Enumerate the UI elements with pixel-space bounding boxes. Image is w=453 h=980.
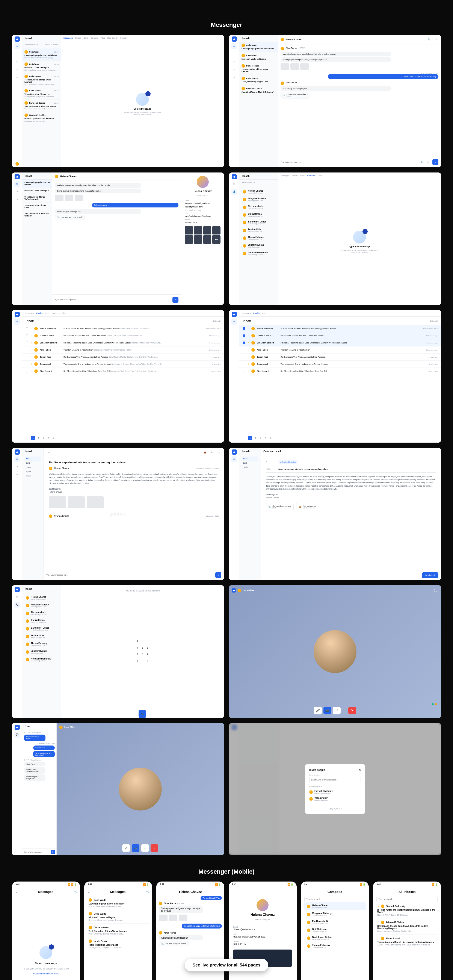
search-icon[interactable]: 🔍 — [74, 891, 76, 893]
subject-input[interactable]: Solar experiment lets trade energy among… — [278, 468, 328, 470]
message-input[interactable] — [281, 161, 417, 163]
nav-sent-icon[interactable]: ↗ — [14, 51, 20, 57]
icon-rail: ◆ ✉ ↗ ✎ ⚠ 🗑 — [12, 35, 22, 167]
tab-help[interactable]: Help Center — [108, 37, 118, 39]
send-button[interactable]: ➤ — [432, 159, 439, 165]
cta-preview-button[interactable]: See live preview for all 544 pages — [185, 959, 268, 971]
main-content: Messages Emails Calls Contacts Files Hel… — [61, 35, 224, 167]
page-number[interactable]: 1 — [31, 436, 35, 440]
tab-contacts[interactable]: Contacts — [91, 37, 98, 39]
nav-tabs: Messages Emails Calls Contacts Files Hel… — [61, 35, 224, 41]
empty-illustration — [136, 93, 149, 106]
emoji-icon[interactable]: ☺ — [426, 160, 431, 165]
nav-drafts-icon[interactable]: ✎ — [14, 59, 20, 65]
attach-icon[interactable]: 📎 — [419, 160, 424, 165]
message-item[interactable]: Celia Wade08:45 Microsoft Looks to Regai… — [22, 61, 61, 73]
tab-files[interactable]: Files — [101, 37, 105, 39]
dial-input[interactable]: Type name to search or dial a number — [61, 585, 224, 596]
dial-key-2[interactable]: 2 — [141, 639, 143, 643]
nav-inbox-icon[interactable]: ✉ — [231, 43, 237, 49]
back-icon[interactable]: ← — [46, 450, 51, 455]
message-item[interactable]: Dinke Howard08:45 Tech Roundup: Things W… — [22, 73, 61, 88]
screenshot-inbox-1: ◆✉ Messages Emails Calls Contacts Files … — [12, 310, 224, 442]
message-item[interactable]: Raymond Gomez08:45 Just What Was In That… — [22, 100, 61, 112]
screenshot-contacts-empty: ◆ ✉ 👤 Indash 146 Contacts Helena Chavezk… — [229, 172, 441, 305]
copy-link-button[interactable]: Copy invite link — [309, 805, 361, 810]
tab-calls[interactable]: Calls — [84, 37, 88, 39]
invite-input[interactable] — [309, 777, 361, 783]
delete-icon[interactable]: 🗑 — [209, 450, 215, 455]
message-item[interactable]: Maxine El Bechler Brands Try to Blacklis… — [22, 112, 61, 124]
nav-inbox-icon[interactable]: ✉ — [14, 43, 20, 49]
archive-icon[interactable]: 📥 — [202, 450, 208, 455]
call-contact-name: Lucy Miller — [243, 589, 254, 592]
section-title-messenger: Messenger — [4, 21, 449, 28]
sidebar-panel: Indash 224 MessagesNewest first Celia Wa… — [22, 35, 61, 167]
dial-key-3[interactable]: 3 — [147, 639, 148, 643]
more-icon[interactable]: ⋯ — [433, 37, 439, 42]
contact-item[interactable]: Helena Chavezkoslow@icloud.com — [239, 188, 278, 196]
inbox-row[interactable]: ☆Samuil SadovskyIs Huda Kattan the Most … — [22, 325, 224, 332]
mute-button[interactable]: 🎤 — [314, 707, 322, 714]
tab-messages[interactable]: Messages — [64, 37, 73, 39]
compose-form: Toajohnston@icloud.co SubjectSolar exper… — [261, 455, 441, 570]
page-next[interactable]: › — [57, 436, 61, 440]
dial-key-8[interactable]: 8 — [141, 652, 143, 656]
dial-key-1[interactable]: 1 — [137, 639, 138, 643]
dial-key-7[interactable]: 7 — [137, 652, 138, 656]
dial-key-0[interactable]: 0 — [141, 659, 143, 662]
image-attachment[interactable] — [281, 63, 289, 70]
contact-name: Helena Chavez — [286, 38, 425, 41]
app-logo[interactable]: ◆ — [14, 37, 20, 41]
back-icon[interactable]: ← — [160, 891, 162, 893]
inbox-title: Inbox — [26, 319, 34, 323]
checkbox[interactable] — [26, 328, 28, 330]
search-icon[interactable]: 🔍 — [426, 37, 432, 42]
dial-key-9[interactable]: 9 — [147, 652, 148, 656]
dial-key-4[interactable]: 4 — [137, 646, 138, 649]
hangup-button[interactable]: ✕ — [348, 707, 356, 714]
screenshot-inbox-2: ◆✉ MessagesEmailsCalls InboxSort: A-Z ☆S… — [229, 310, 441, 442]
mobile-message-item[interactable]: Celia WadeLeaving Fingerprints on the iP… — [87, 896, 150, 910]
contact-avatar-large — [197, 176, 209, 188]
search-input[interactable] — [304, 896, 366, 902]
invite-modal: Invite people✕ Invite by name Recent Con… — [305, 764, 365, 814]
email-image[interactable] — [49, 496, 66, 508]
attachment-card[interactable]: 📎Our new template.psd25 Mb — [266, 503, 294, 511]
send-email-button[interactable]: Send email — [422, 573, 439, 578]
dial-key-5[interactable]: 5 — [141, 646, 143, 649]
call-button[interactable]: 📞 — [138, 710, 146, 718]
file-attachment[interactable]: 📎Our new template.sketch128 kb — [281, 92, 310, 99]
compose-body-text[interactable]: Instead, her supervisor found new ways t… — [266, 475, 436, 491]
menu-icon[interactable]: ☰ — [16, 891, 17, 893]
brand-name: Indash — [25, 37, 32, 40]
tab-emails[interactable]: Emails — [75, 37, 81, 39]
video-person — [313, 630, 356, 673]
share-button[interactable]: ↗ — [333, 707, 341, 714]
message-item[interactable]: Kevin Grover08:45 Tesla, Reporting Bigge… — [22, 88, 61, 100]
screenshot-chat: ◆ ✉ ↗ ✎ ⚠ 🗑 Indash Celia WadeLeaving Fin… — [229, 35, 441, 167]
fullscreen-icon[interactable]: ⛶ — [433, 588, 439, 593]
contact-avatar[interactable] — [281, 38, 284, 41]
dialpad: 1 2 3 4 5 6 7 8 9 + 0 # — [137, 639, 148, 662]
app-logo[interactable]: ◆ — [232, 37, 237, 41]
dial-key-6[interactable]: 6 — [147, 646, 148, 649]
dial-key-plus[interactable]: + — [137, 659, 138, 662]
star-icon[interactable]: ☆ — [30, 328, 32, 330]
nav-spam-icon[interactable]: ⚠ — [14, 67, 20, 73]
nav-trash-icon[interactable]: 🗑 — [14, 74, 20, 80]
page-prev[interactable]: ‹ — [26, 436, 30, 440]
user-avatar[interactable] — [16, 162, 19, 165]
video-controls: 🎤 📹 ↗ ✕ — [314, 707, 356, 714]
video-toggle-button[interactable]: 📹 — [323, 707, 331, 714]
media-more[interactable]: +14 — [212, 235, 221, 244]
recipient-chip[interactable]: ajohnston@icloud.co — [278, 460, 298, 464]
screenshot-chat-detail: ◆ ✉ ↗ ✎ Indash Leaving Fingerprints on t… — [12, 172, 224, 305]
more-icon[interactable]: ⋯ — [216, 450, 221, 455]
message-item[interactable]: Celia Wade08:45 Leaving Fingerprints on … — [22, 48, 61, 61]
modal-overlay[interactable]: Invite people✕ Invite by name Recent Con… — [229, 723, 441, 856]
tab-support[interactable]: Support — [120, 37, 127, 39]
message-composer: 📎 ☺ ➤ — [278, 157, 441, 167]
close-icon[interactable]: ✕ — [359, 768, 361, 772]
dial-key-hash[interactable]: # — [147, 659, 148, 662]
